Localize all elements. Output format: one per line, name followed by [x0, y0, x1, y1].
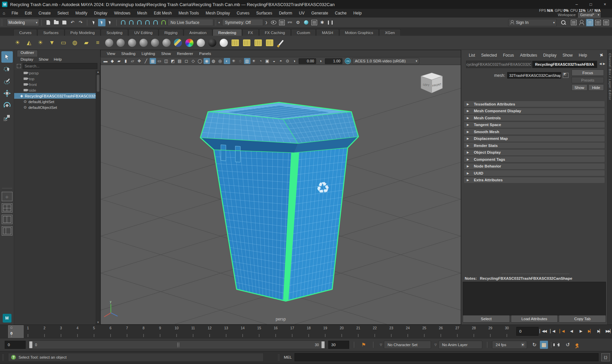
- move-tool[interactable]: [1, 88, 13, 99]
- drag-handle[interactable]: [2, 354, 4, 361]
- frame-12[interactable]: 12: [208, 326, 212, 330]
- section-tessellation-attributes[interactable]: ▶Tessellation Attributes: [464, 101, 605, 107]
- frame-3[interactable]: 3: [60, 326, 62, 330]
- viewport-menu-shading[interactable]: Shading: [119, 51, 138, 56]
- show-button[interactable]: Show: [572, 84, 587, 91]
- shelf-tab-rendering[interactable]: Rendering: [213, 29, 242, 36]
- range-end-handle[interactable]: [322, 341, 325, 348]
- outliner-item-top[interactable]: top: [14, 76, 96, 82]
- frame-7[interactable]: 7: [126, 326, 128, 330]
- frame-18[interactable]: 18: [307, 326, 311, 330]
- shelf-tab-mash[interactable]: MASH: [316, 29, 339, 36]
- ae-menu-show[interactable]: Show: [560, 52, 575, 59]
- frame-25[interactable]: 25: [422, 326, 426, 330]
- copy-tab-button[interactable]: Copy Tab: [559, 315, 606, 323]
- frame-21[interactable]: 21: [356, 326, 360, 330]
- shelf-tab-surfaces[interactable]: Surfaces: [37, 29, 64, 36]
- frame-10[interactable]: 10: [175, 326, 179, 330]
- script-editor-icon[interactable]: {;}: [601, 353, 610, 361]
- outliner-filter-icon[interactable]: [17, 64, 21, 68]
- gamma-icon[interactable]: ◑: [291, 58, 298, 64]
- shelf-tab-poly-modeling[interactable]: Poly Modeling: [65, 29, 100, 36]
- rotate-tool[interactable]: [1, 100, 13, 111]
- resolution-gate-icon[interactable]: ◫: [163, 58, 170, 64]
- new-scene-icon[interactable]: [44, 19, 52, 26]
- layout-single-pane-button[interactable]: ◈: [2, 192, 12, 201]
- ae-tab-1[interactable]: RecyclingFBXASC032TrashFBXA: [532, 61, 598, 68]
- range-slider[interactable]: 0 30: [28, 340, 326, 349]
- volume-light-icon[interactable]: ◍: [70, 38, 80, 48]
- step-forward-key-button[interactable]: ▶▏: [586, 326, 594, 336]
- section-object-display[interactable]: ▶Object Display: [464, 150, 605, 155]
- layered-shader-icon[interactable]: [173, 38, 183, 48]
- surface-shader-icon[interactable]: [196, 38, 206, 48]
- shelf-tab-uv-editing[interactable]: UV Editing: [128, 29, 158, 36]
- gamma-icon[interactable]: ◑: [317, 58, 324, 64]
- time-slider[interactable]: 0 0 012345678910111213141516171819202122…: [0, 325, 612, 338]
- section-smooth-mesh[interactable]: ▶Smooth Mesh: [464, 129, 605, 134]
- lasso-tool[interactable]: [1, 63, 13, 75]
- playblast-icon[interactable]: ▦: [540, 341, 548, 349]
- shelf-tab-xgen[interactable]: XGen: [379, 29, 400, 36]
- ambient-light-icon[interactable]: ☀: [13, 38, 22, 48]
- outliner-item-recyclingfbxasc032trashfbxasc032c[interactable]: ◈RecyclingFBXASC032TrashFBXASC032C: [14, 93, 96, 99]
- menu-mesh[interactable]: Mesh: [134, 9, 150, 17]
- scale-tool[interactable]: [1, 112, 13, 123]
- symmetry-field[interactable]: Symmetry: Off: [222, 19, 263, 26]
- presets-button[interactable]: Presets: [572, 77, 604, 83]
- focus-button[interactable]: Focus: [572, 69, 604, 76]
- menu-uv[interactable]: UV: [296, 9, 308, 17]
- menu-modify[interactable]: Modify: [72, 9, 90, 17]
- viewport-canvas[interactable]: ♻ y LEFT FRONT persp: [101, 65, 461, 324]
- outliner-menu-display[interactable]: Display: [18, 57, 36, 63]
- menu-help[interactable]: Help: [350, 9, 365, 17]
- section-mesh-controls[interactable]: ▶Mesh Controls: [464, 115, 605, 121]
- anim-layer-field[interactable]: No Anim Layer: [438, 341, 482, 349]
- anim-layer-menu-icon[interactable]: ▽: [434, 343, 437, 346]
- xray-icon[interactable]: ◒: [271, 58, 277, 64]
- menu-windows[interactable]: Windows: [111, 9, 133, 17]
- menu-deform[interactable]: Deform: [276, 9, 295, 17]
- play-forwards-button[interactable]: ▶: [576, 326, 585, 336]
- outliner-item-persp[interactable]: persp: [14, 70, 96, 76]
- frame-30[interactable]: 30: [505, 326, 509, 330]
- frame-0[interactable]: 0: [10, 326, 12, 330]
- scene-3d[interactable]: ♻ y: [101, 65, 461, 324]
- look-dev-icon[interactable]: ✱: [318, 19, 326, 26]
- character-set-field[interactable]: No Character Set: [384, 341, 431, 349]
- area-light-icon[interactable]: ▭: [59, 38, 68, 48]
- home-icon[interactable]: ⌂: [3, 11, 5, 16]
- select-hierarchy-icon[interactable]: [90, 19, 97, 26]
- camera-icon[interactable]: ▰: [82, 38, 91, 48]
- frame-6[interactable]: 6: [110, 326, 112, 330]
- layout-persp-outliner-button[interactable]: [2, 226, 12, 236]
- directional-light-icon[interactable]: ◭: [24, 38, 34, 48]
- menu-edit-mesh[interactable]: Edit Mesh: [151, 9, 175, 17]
- menu-select[interactable]: Select: [54, 9, 71, 17]
- frame-20[interactable]: 20: [340, 326, 344, 330]
- shaded-icon[interactable]: ◉: [204, 58, 210, 64]
- grid-icon[interactable]: ▦: [150, 58, 156, 64]
- humanik-icon[interactable]: [578, 19, 585, 26]
- view-cube[interactable]: LEFT FRONT: [419, 71, 445, 96]
- frame-24[interactable]: 24: [406, 326, 410, 330]
- outliner-menu-help[interactable]: Help: [52, 57, 64, 63]
- viewport-menu-renderer[interactable]: Renderer: [174, 51, 196, 56]
- blinn-icon[interactable]: [127, 38, 137, 48]
- play-backwards-button[interactable]: ◀: [567, 326, 576, 336]
- frame-27[interactable]: 27: [455, 326, 459, 330]
- shelf-tab-motion-graphics[interactable]: Motion Graphics: [339, 29, 379, 36]
- bookmark-icon[interactable]: ⚑: [360, 341, 368, 349]
- isolate-select-icon[interactable]: ▣: [264, 58, 271, 64]
- frame-15[interactable]: 15: [257, 326, 261, 330]
- scroll-up-icon[interactable]: ▲: [96, 70, 100, 74]
- live-surface-field[interactable]: No Live Surface: [167, 19, 213, 26]
- bookmark-icon[interactable]: ▮: [123, 58, 129, 64]
- attribute-editor-icon[interactable]: [586, 19, 593, 26]
- section-node-behavior[interactable]: ▶Node Behavior: [464, 163, 605, 169]
- search-help-icon[interactable]: [559, 19, 567, 26]
- use-background-icon[interactable]: [219, 38, 228, 48]
- viewport-menu-show[interactable]: Show: [158, 51, 174, 56]
- frame-11[interactable]: 11: [191, 326, 195, 330]
- menu-cache[interactable]: Cache: [332, 9, 350, 17]
